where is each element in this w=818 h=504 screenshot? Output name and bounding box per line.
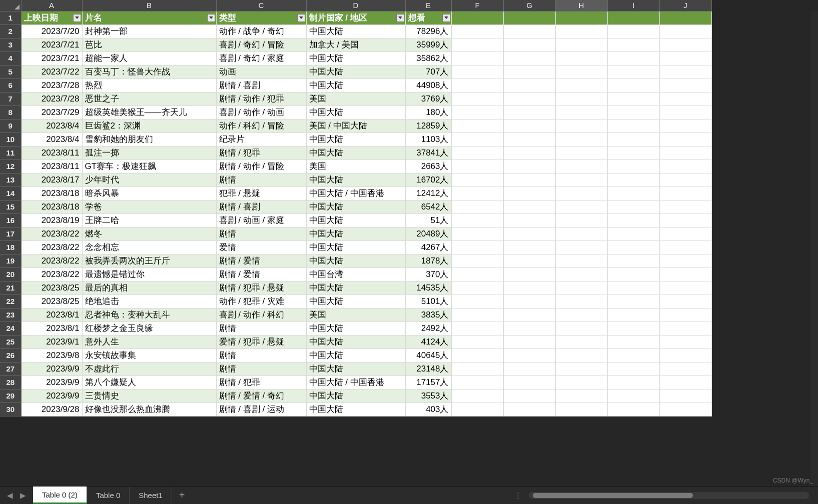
cell[interactable]: GT赛车：极速狂飙 — [82, 160, 216, 173]
cell[interactable]: 2023/8/11 — [21, 146, 82, 160]
table-header-cell[interactable]: 类型 — [216, 11, 306, 24]
cell[interactable] — [555, 362, 607, 376]
cell[interactable]: 美国 — [306, 308, 405, 322]
cell[interactable] — [607, 173, 659, 186]
cell[interactable]: 封神第一部 — [82, 24, 216, 38]
cell[interactable] — [503, 65, 555, 78]
cell[interactable]: 2023/8/19 — [21, 214, 82, 227]
cell[interactable]: 好像也没那么热血沸腾 — [82, 402, 216, 416]
cell[interactable]: 恶世之子 — [82, 92, 216, 106]
cell[interactable]: 暗杀风暴 — [82, 186, 216, 200]
sheet-tab[interactable]: Table 0 — [87, 486, 130, 504]
cell[interactable] — [503, 376, 555, 389]
cell[interactable] — [555, 254, 607, 268]
cell[interactable] — [555, 335, 607, 348]
cell[interactable]: 美国 — [306, 92, 405, 106]
cell[interactable]: 2023/7/20 — [21, 24, 82, 38]
cell[interactable] — [659, 389, 711, 402]
cell[interactable] — [659, 78, 711, 92]
cell[interactable]: 剧情 / 犯罪 / 悬疑 — [216, 281, 306, 294]
cell[interactable]: 剧情 / 爱情 — [216, 254, 306, 268]
cell[interactable] — [555, 322, 607, 335]
cell[interactable] — [555, 24, 607, 38]
cell[interactable]: 剧情 / 爱情 / 奇幻 — [216, 389, 306, 402]
table-header-cell[interactable]: 想看 — [405, 11, 451, 24]
cell[interactable]: 2023/9/28 — [21, 402, 82, 416]
cell[interactable]: 中国大陆 — [306, 24, 405, 38]
cell[interactable] — [607, 240, 659, 254]
cell[interactable]: 剧情 / 动作 / 冒险 — [216, 160, 306, 173]
cell[interactable] — [555, 119, 607, 132]
row-header[interactable]: 25 — [0, 335, 21, 348]
cell[interactable] — [607, 24, 659, 38]
cell[interactable]: 动作 / 战争 / 奇幻 — [216, 24, 306, 38]
cell[interactable]: 2023/9/9 — [21, 389, 82, 402]
cell[interactable]: 超级英雄美猴王——齐天儿 — [82, 106, 216, 119]
cell[interactable]: 剧情 / 动作 / 犯罪 — [216, 92, 306, 106]
cell[interactable]: 中国大陆 — [306, 146, 405, 160]
row-header[interactable]: 9 — [0, 119, 21, 132]
column-header-C[interactable]: C — [216, 0, 306, 11]
cell[interactable]: 热烈 — [82, 78, 216, 92]
cell[interactable]: 16702人 — [405, 173, 451, 186]
table-header-cell[interactable]: 上映日期 — [21, 11, 82, 24]
cell[interactable]: 707人 — [405, 65, 451, 78]
cell[interactable] — [503, 294, 555, 308]
row-header[interactable]: 15 — [0, 200, 21, 214]
cell[interactable] — [659, 52, 711, 65]
column-header-H[interactable]: H — [555, 0, 607, 11]
cell[interactable] — [607, 362, 659, 376]
cell[interactable] — [607, 308, 659, 322]
select-all-corner[interactable] — [0, 0, 21, 11]
cell[interactable]: 孤注一掷 — [82, 146, 216, 160]
cell[interactable] — [555, 200, 607, 214]
cell[interactable]: 剧情 — [216, 322, 306, 335]
cell[interactable]: 1103人 — [405, 132, 451, 146]
cell[interactable] — [659, 240, 711, 254]
row-header[interactable]: 12 — [0, 160, 21, 173]
cell[interactable] — [503, 308, 555, 322]
row-header[interactable]: 17 — [0, 227, 21, 240]
cell[interactable] — [555, 173, 607, 186]
cell[interactable] — [503, 240, 555, 254]
cell[interactable] — [607, 119, 659, 132]
cell[interactable] — [555, 308, 607, 322]
column-header-D[interactable]: D — [306, 0, 405, 11]
cell[interactable] — [659, 186, 711, 200]
cell[interactable]: 中国大陆 — [306, 65, 405, 78]
cell[interactable]: 中国大陆 — [306, 240, 405, 254]
sheet-tab[interactable]: Table 0 (2) — [33, 486, 87, 504]
cell[interactable] — [451, 132, 503, 146]
cell[interactable]: 爱情 / 犯罪 / 悬疑 — [216, 335, 306, 348]
spreadsheet-grid[interactable]: ABCDEFGHIJ 1上映日期片名类型制片国家 / 地区想看22023/7/2… — [0, 0, 818, 486]
cell[interactable]: 17157人 — [405, 376, 451, 389]
cell[interactable] — [451, 78, 503, 92]
cell[interactable] — [451, 119, 503, 132]
table-header-cell[interactable]: 片名 — [82, 11, 216, 24]
cell[interactable]: 4267人 — [405, 240, 451, 254]
cell[interactable]: 剧情 / 犯罪 — [216, 376, 306, 389]
cell[interactable] — [451, 227, 503, 240]
cell[interactable] — [451, 173, 503, 186]
row-header[interactable]: 11 — [0, 146, 21, 160]
cell[interactable] — [503, 335, 555, 348]
cell[interactable]: 中国大陆 — [306, 335, 405, 348]
cell[interactable] — [451, 294, 503, 308]
row-header[interactable]: 19 — [0, 254, 21, 268]
cell[interactable]: 剧情 — [216, 362, 306, 376]
cell[interactable]: 犯罪 / 悬疑 — [216, 186, 306, 200]
cell[interactable] — [659, 294, 711, 308]
cell[interactable] — [659, 362, 711, 376]
cell[interactable]: 2023/8/18 — [21, 200, 82, 214]
cell[interactable] — [555, 281, 607, 294]
cell[interactable] — [607, 11, 659, 24]
sheet-tab[interactable]: Sheet1 — [130, 486, 172, 504]
add-sheet-button[interactable]: + — [172, 490, 192, 501]
cell[interactable] — [607, 78, 659, 92]
cell[interactable] — [503, 186, 555, 200]
cell[interactable] — [659, 308, 711, 322]
tab-options-icon[interactable]: ⋮ — [508, 491, 529, 500]
row-header[interactable]: 26 — [0, 348, 21, 362]
cell[interactable] — [503, 227, 555, 240]
cell[interactable] — [503, 389, 555, 402]
